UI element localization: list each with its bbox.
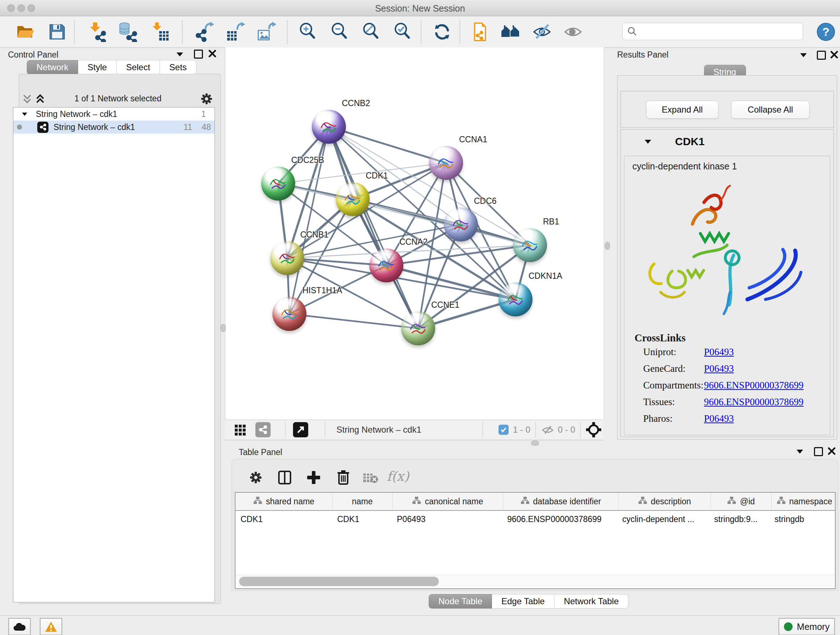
delete-column-trash-icon[interactable]	[336, 470, 351, 485]
zoom-out-icon[interactable]	[329, 21, 351, 43]
left-splitter-grip[interactable]	[221, 324, 226, 332]
import-network-database-icon[interactable]	[117, 21, 139, 43]
column-header-shared-name[interactable]: shared name	[235, 493, 332, 510]
help-button[interactable]: ?	[817, 23, 835, 41]
tab-network-table[interactable]: Network Table	[554, 594, 629, 608]
table-cell[interactable]: stringdb:9...	[709, 511, 769, 527]
control-panel-maximize-icon[interactable]	[194, 50, 203, 59]
function-builder-icon[interactable]: f(x)	[387, 469, 409, 484]
column-header-namespace[interactable]: namespace	[772, 493, 837, 510]
table-panel-float-icon[interactable]	[797, 450, 803, 454]
table-options-gear-icon[interactable]	[249, 471, 262, 484]
crosslink-link[interactable]: 9606.ENSP00000378699	[704, 396, 804, 408]
home-icon[interactable]	[500, 21, 522, 43]
grid-view-icon[interactable]	[234, 424, 246, 436]
tab-edge-table[interactable]: Edge Table	[492, 594, 554, 608]
crosslink-link[interactable]: 9606.ENSP00000378699	[704, 380, 804, 391]
table-cell[interactable]: P06493	[392, 511, 502, 527]
zoom-in-icon[interactable]	[297, 21, 319, 43]
column-header--id[interactable]: @id	[711, 493, 772, 510]
collapse-all-button[interactable]: Collapse All	[731, 101, 810, 119]
network-edge[interactable]	[289, 314, 418, 328]
network-options-gear-icon[interactable]	[201, 93, 213, 105]
open-in-window-icon[interactable]	[293, 422, 308, 437]
expand-all-button[interactable]: Expand All	[646, 101, 718, 119]
crosslink-link[interactable]: P06493	[704, 347, 734, 358]
show-all-eye-icon[interactable]	[562, 21, 584, 43]
search-field[interactable]	[638, 27, 803, 36]
network-node-CDC6[interactable]	[444, 207, 478, 241]
network-view-share-icon[interactable]	[256, 422, 271, 437]
crosslink-link[interactable]: P06493	[704, 363, 734, 374]
network-node-CCNA2[interactable]	[369, 249, 403, 282]
network-node-CDK1[interactable]	[336, 182, 370, 216]
string-document-icon[interactable]	[469, 21, 491, 43]
search-input[interactable]	[622, 23, 803, 40]
network-node-CCNA1[interactable]	[429, 146, 463, 180]
table-cell[interactable]: cyclin-dependent ...	[617, 511, 709, 527]
tab-sets[interactable]: Sets	[160, 60, 196, 74]
memory-button[interactable]: Memory	[778, 618, 835, 635]
crosslink-link[interactable]: P06493	[704, 413, 734, 424]
selected-checkbox[interactable]	[499, 424, 508, 435]
results-panel-maximize-icon[interactable]	[817, 51, 826, 60]
import-network-file-icon[interactable]	[86, 21, 108, 43]
gene-collapse-icon[interactable]	[645, 140, 651, 144]
zoom-fit-icon[interactable]	[361, 21, 382, 43]
table-panel-close-icon[interactable]	[828, 447, 836, 455]
hide-selected-eye-icon[interactable]	[531, 21, 553, 43]
table-row[interactable]: CDK1CDK1P064939606.ENSP00000378699cyclin…	[235, 511, 835, 527]
table-horizontal-scrollbar[interactable]	[236, 575, 834, 587]
tab-network[interactable]: Network	[27, 60, 78, 74]
birdseye-crosshair-icon[interactable]	[586, 422, 601, 437]
create-column-plus-icon[interactable]	[306, 470, 321, 485]
delete-table-icon[interactable]	[363, 472, 379, 483]
show-columns-icon[interactable]	[278, 470, 292, 485]
tab-style[interactable]: Style	[78, 60, 117, 74]
tab-select[interactable]: Select	[117, 60, 160, 74]
expand-all-icon[interactable]	[35, 94, 45, 103]
network-collection-row[interactable]: String Network – cdk1 1	[13, 108, 215, 120]
table-cell[interactable]: CDK1	[235, 511, 332, 527]
collapse-all-icon[interactable]	[22, 94, 32, 103]
control-panel-close-icon[interactable]	[208, 50, 216, 57]
network-row-selected[interactable]: String Network – cdk1 11 48	[13, 120, 215, 134]
network-node-CCNB1[interactable]	[270, 241, 304, 275]
network-node-CDC25B[interactable]	[261, 166, 295, 201]
tab-node-table[interactable]: Node Table	[429, 594, 492, 608]
network-view-canvas[interactable]: CCNB2CCNA1CDC25BCDK1CDC6RB1CCNB1CCNA2CDK…	[225, 48, 604, 420]
results-panel-float-icon[interactable]	[800, 53, 807, 57]
network-edge[interactable]	[329, 127, 418, 328]
column-header-description[interactable]: description	[619, 493, 711, 510]
right-splitter-grip[interactable]	[605, 242, 610, 250]
cloud-button[interactable]	[8, 618, 31, 635]
table-panel-maximize-icon[interactable]	[814, 447, 823, 456]
save-session-icon[interactable]	[46, 21, 68, 43]
table-cell[interactable]: stringdb	[769, 511, 835, 527]
network-node-HIST1H1A[interactable]	[272, 297, 306, 331]
scrollbar-thumb[interactable]	[239, 577, 439, 586]
import-table-file-icon[interactable]	[149, 21, 171, 43]
table-cell[interactable]: 9606.ENSP00000378699	[502, 511, 617, 527]
refresh-style-icon[interactable]	[431, 21, 453, 43]
open-session-icon[interactable]	[14, 21, 36, 43]
network-node-CDKN1A[interactable]	[499, 282, 532, 317]
column-header-canonical-name[interactable]: canonical name	[393, 493, 503, 510]
control-panel-float-icon[interactable]	[177, 52, 183, 57]
column-tree-icon	[412, 496, 421, 507]
table-cell[interactable]: CDK1	[332, 511, 392, 527]
results-panel-close-icon[interactable]	[830, 51, 838, 59]
column-header-database-identifier[interactable]: database identifier	[503, 493, 619, 510]
export-image-icon[interactable]	[256, 21, 278, 43]
export-network-icon[interactable]	[194, 21, 216, 43]
zoom-selected-icon[interactable]	[392, 21, 414, 43]
network-node-RB1[interactable]	[513, 228, 547, 262]
network-node-CCNE1[interactable]	[401, 311, 435, 345]
column-header-name[interactable]: name	[332, 493, 393, 510]
export-table-icon[interactable]	[225, 21, 247, 43]
network-node-CCNB2[interactable]	[312, 110, 346, 144]
footer-separator	[325, 421, 325, 438]
network-edge[interactable]	[329, 127, 446, 163]
warnings-button[interactable]	[40, 618, 62, 635]
tree-expand-icon[interactable]	[22, 112, 27, 116]
